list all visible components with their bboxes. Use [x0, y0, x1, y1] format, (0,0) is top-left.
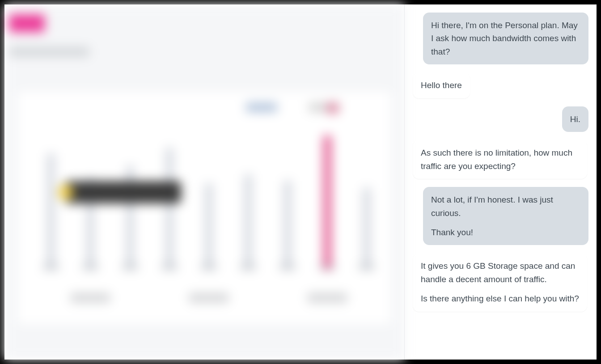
chat-message-agent: Hello there [413, 72, 470, 98]
chat-message-text: Hello there [421, 79, 462, 92]
chat-message-text: Hi. [570, 113, 580, 126]
chat-message-text: Hi there, I'm on the Personal plan. May … [431, 19, 580, 58]
chat-message-text: As such there is no limitation, how much… [421, 146, 579, 173]
chat-message-text: Is there anything else I can help you wi… [421, 292, 579, 305]
chat-message-user: Hi there, I'm on the Personal plan. May … [423, 13, 588, 64]
page-subtitle [9, 47, 89, 57]
chart-callout-tooltip [65, 181, 181, 203]
chart-legend-marker [326, 102, 339, 114]
chat-message-text: Not a lot, if I'm honest. I was just cur… [431, 193, 580, 220]
chat-message-agent: It gives you 6 GB Storage space and can … [413, 253, 587, 311]
app-frame: Hi there, I'm on the Personal plan. May … [0, 0, 601, 364]
summary-stats-row [31, 293, 386, 303]
chart-legend-item [246, 103, 277, 112]
app-inner: Hi there, I'm on the Personal plan. May … [4, 4, 597, 360]
chat-panel[interactable]: Hi there, I'm on the Personal plan. May … [404, 4, 597, 360]
chart-x-labels [31, 264, 386, 270]
chat-message-text: It gives you 6 GB Storage space and can … [421, 259, 579, 286]
chat-message-agent: As such there is no limitation, how much… [413, 140, 587, 179]
chat-message-user: Not a lot, if I'm honest. I was just cur… [423, 187, 588, 245]
chat-message-user: Hi. [562, 106, 588, 132]
dashboard-blurred-background [4, 4, 404, 360]
primary-action-button [9, 14, 45, 32]
chat-message-text: Thank you! [431, 226, 580, 239]
